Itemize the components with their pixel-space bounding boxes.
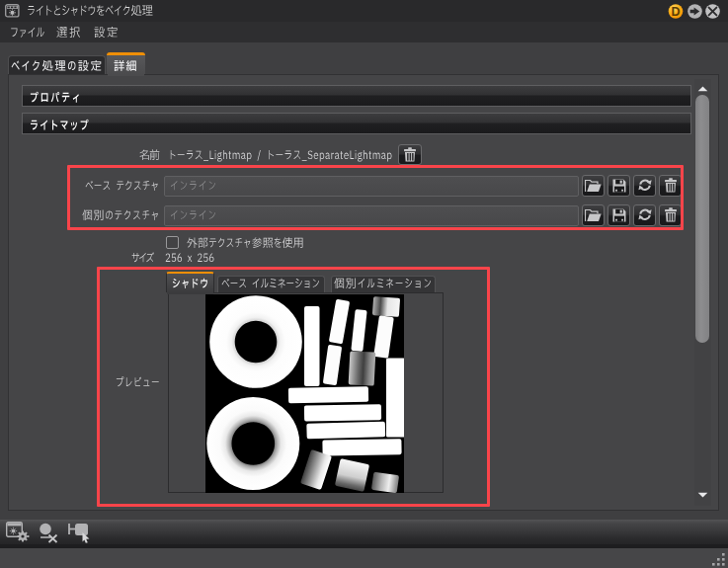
svg-text:D: D	[672, 5, 681, 19]
